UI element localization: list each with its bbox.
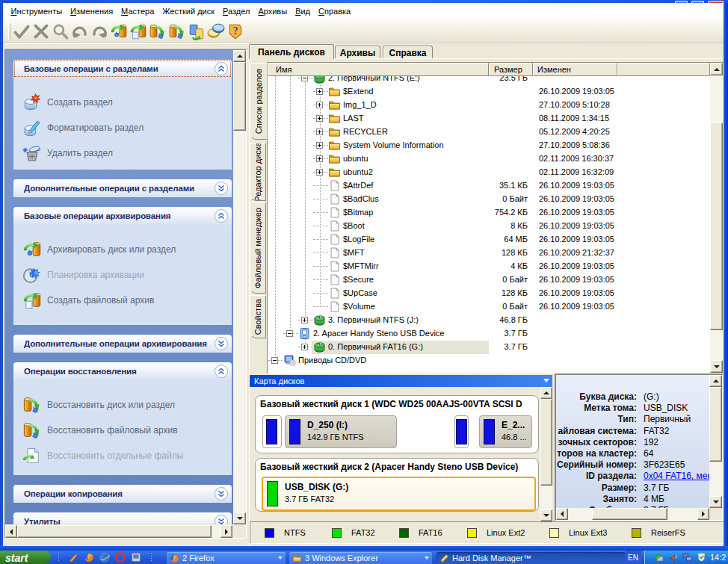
menu-item[interactable]: Архивы — [254, 4, 291, 18]
partition-block[interactable] — [262, 415, 282, 448]
properties-vertical-scrollbar[interactable] — [709, 375, 722, 508]
tray-icon[interactable] — [697, 552, 706, 562]
menu-item[interactable]: Справка — [315, 4, 355, 18]
tree-row[interactable]: RECYCLER 05.12.2009 4:20:25 — [268, 125, 710, 139]
toolbar-button[interactable] — [51, 22, 70, 41]
sidebar-section-header[interactable]: Дополнительные операции с разделами — [13, 179, 232, 197]
sidebar-action-item[interactable]: Планировка архивации — [13, 262, 232, 288]
sidebar-section-chevron-button[interactable] — [215, 487, 228, 501]
sidebar-section-header[interactable]: Утилиты — [13, 512, 232, 524]
sidebar-action-item[interactable]: Создать раздел — [13, 90, 232, 115]
sidebar-section-header[interactable]: Операции копирования — [13, 485, 232, 503]
tree-expander[interactable] — [301, 76, 308, 81]
tree-row[interactable]: ubuntu2 02.11.2009 16:32:09 — [268, 166, 710, 179]
sidebar-section-chevron-button[interactable] — [215, 515, 228, 524]
toolbar-button[interactable] — [148, 22, 167, 41]
menu-item[interactable]: Изменения — [67, 4, 117, 18]
sidebar-section-chevron-button[interactable] — [215, 337, 228, 350]
tree-expander[interactable] — [301, 344, 308, 350]
sidebar-section-chevron-button[interactable] — [215, 182, 228, 195]
tree-row[interactable]: System Volume Information 27.10.2009 5:0… — [268, 139, 710, 152]
tree-expander[interactable] — [316, 115, 323, 122]
side-tab-file-manager[interactable]: Файловый менеджер — [250, 202, 266, 294]
sidebar-section-header[interactable]: Дополнительные операции архивирования — [13, 335, 232, 353]
tree-row[interactable]: 3. Первичный NTFS (J:) 46.8 ГБ — [268, 314, 710, 327]
partition-block[interactable]: D_250 (I:) 142.9 ГБ NTFS — [285, 415, 397, 448]
sidebar-section-chevron-button[interactable] — [215, 365, 228, 378]
tree-expander[interactable] — [316, 128, 323, 135]
disk-map-dropdown-icon[interactable] — [543, 379, 549, 382]
tray-icon[interactable] — [668, 552, 678, 562]
properties-horizontal-scrollbar[interactable] — [556, 508, 709, 520]
side-tab-properties[interactable]: Свойства — [250, 295, 266, 338]
toolbar-button[interactable] — [187, 22, 206, 41]
tab-archives[interactable]: Архивы — [335, 46, 380, 59]
tab-help[interactable]: Справка — [383, 46, 433, 59]
tree-expander[interactable] — [316, 169, 323, 176]
side-tab-partition-list[interactable]: Список разделов — [250, 63, 268, 140]
menu-item[interactable]: Инструменты — [7, 4, 67, 18]
disk-map-vertical-scrollbar[interactable] — [540, 387, 552, 521]
sidebar-section-header[interactable]: Базовые операции с разделами — [13, 60, 232, 78]
tab-disk-panel[interactable]: Панель дисков — [249, 44, 334, 59]
tree-row[interactable]: $Bitmap 754.2 КБ 26.10.2009 19:03:05 — [268, 206, 710, 220]
column-header-modified[interactable]: Изменен — [533, 63, 617, 76]
task-group-dropdown-icon[interactable] — [422, 557, 429, 560]
menu-item[interactable]: Мастера — [117, 4, 158, 18]
tree-vertical-scrollbar[interactable] — [710, 63, 723, 373]
toolbar-button[interactable] — [70, 22, 90, 41]
sidebar-section-header[interactable]: Базовые операции архивирования — [13, 207, 232, 225]
taskbar-task-button[interactable]: 3 Windows Explorer — [289, 552, 432, 564]
sidebar-action-item[interactable]: Форматировать раздел — [13, 115, 232, 140]
disk-map-title-bar[interactable]: Карта дисков — [250, 375, 552, 387]
tree-row[interactable]: $AttrDef 35.1 КБ 26.10.2009 19:03:05 — [268, 179, 710, 193]
tray-icon[interactable] — [682, 552, 692, 562]
partition-block[interactable]: E_2... 46.8 ... — [479, 415, 532, 448]
side-tab-disk-editor[interactable]: Редактор диска — [250, 143, 266, 201]
sidebar-section-chevron-button[interactable] — [215, 62, 228, 75]
menu-item[interactable]: Вид — [291, 4, 315, 18]
column-header-empty[interactable] — [617, 63, 710, 76]
tree-row[interactable]: ubuntu 02.11.2009 16:30:37 — [268, 152, 710, 166]
toolbar-button[interactable] — [206, 22, 226, 41]
tree-expander[interactable] — [301, 317, 308, 323]
tree-row[interactable]: 2. Первичный NTFS (E:) 23.5 ГБ — [268, 76, 710, 85]
task-group-dropdown-icon[interactable] — [275, 557, 283, 560]
tree-row[interactable]: $MFT 128 КБ 26.10.2009 21:32:37 — [268, 247, 710, 260]
sidebar-vertical-scrollbar[interactable] — [233, 50, 246, 525]
toolbar-button[interactable] — [31, 22, 51, 41]
taskbar-task-button[interactable]: 2 Firefox — [167, 552, 286, 564]
taskbar-task-button[interactable]: Hard Disk Manager™ — [437, 552, 632, 564]
menu-item[interactable]: Раздел — [219, 4, 254, 18]
partition-block[interactable]: USB_DISK (G:) 3.7 ГБ FAT32 — [262, 477, 536, 511]
sidebar-section-chevron-button[interactable] — [215, 209, 228, 223]
sidebar-action-item[interactable]: Восстановить диск или раздел — [13, 392, 232, 418]
tree-row[interactable]: $Volume 0 Байт 26.10.2009 19:03:05 — [268, 300, 710, 314]
tree-expander[interactable] — [316, 155, 323, 162]
column-header-name[interactable]: Имя — [268, 63, 489, 76]
tree-row[interactable]: $Boot 8 КБ 26.10.2009 19:03:05 — [268, 220, 710, 233]
toolbar-button[interactable] — [90, 22, 109, 41]
tree-row[interactable]: $Extend 26.10.2009 19:03:05 — [268, 85, 710, 99]
toolbar-grip[interactable] — [8, 23, 10, 40]
menu-item[interactable]: Жесткий диск — [158, 4, 219, 18]
toolbar-button[interactable] — [12, 22, 31, 41]
tree-row[interactable]: $LogFile 64 МБ 26.10.2009 19:03:05 — [268, 233, 710, 247]
column-header-size[interactable]: Размер — [489, 63, 533, 76]
sidebar-action-item[interactable]: Восстановить отдельные файлы — [13, 443, 232, 468]
sidebar-action-item[interactable]: Архивировать диск или раздел — [13, 237, 232, 262]
toolbar-button[interactable] — [226, 22, 245, 41]
tree-row[interactable]: $MFTMirr 4 КБ 26.10.2009 19:03:05 — [268, 260, 710, 273]
toolbar-button[interactable] — [167, 22, 187, 41]
tree-row[interactable]: Img_1_D 27.10.2009 5:10:28 — [268, 99, 710, 112]
partition-block[interactable] — [454, 415, 469, 448]
tree-row[interactable]: 2. Apacer Handy Steno USB Device 3.7 ГБ — [268, 327, 710, 341]
tray-icon[interactable] — [654, 552, 664, 562]
tree-expander[interactable] — [316, 88, 323, 95]
tree-expander[interactable] — [316, 102, 323, 108]
tree-row[interactable]: Приводы CD/DVD — [268, 354, 710, 368]
language-indicator[interactable]: EN — [625, 551, 641, 564]
tree-expander[interactable] — [286, 330, 293, 337]
sidebar-action-item[interactable]: Создать файловый архив — [13, 288, 232, 313]
sidebar-horizontal-scrollbar[interactable] — [5, 525, 233, 538]
